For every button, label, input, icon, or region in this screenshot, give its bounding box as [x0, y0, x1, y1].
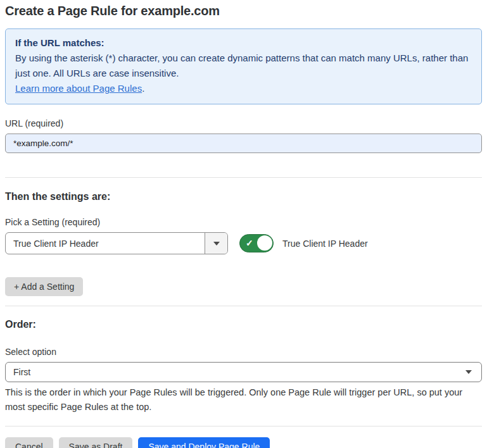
- settings-section-heading: Then the settings are:: [5, 191, 482, 202]
- url-input[interactable]: [5, 134, 482, 153]
- page-rule-form: Create a Page Rule for example.com If th…: [0, 0, 487, 448]
- setting-toggle-label: True Client IP Header: [282, 239, 368, 249]
- form-actions: Cancel Save as Draft Save and Deploy Pag…: [5, 437, 482, 448]
- setting-toggle-group: ✓ True Client IP Header: [239, 234, 368, 252]
- section-divider: [5, 177, 482, 178]
- url-match-info-box: If the URL matches: By using the asteris…: [5, 28, 482, 104]
- order-section-heading: Order:: [5, 319, 482, 330]
- url-field-label: URL (required): [5, 118, 482, 128]
- add-setting-button[interactable]: + Add a Setting: [5, 277, 83, 296]
- chevron-down-icon: [213, 242, 220, 246]
- pick-setting-label: Pick a Setting (required): [5, 217, 482, 227]
- setting-select[interactable]: True Client IP Header: [5, 232, 228, 254]
- order-select[interactable]: First: [5, 362, 482, 382]
- learn-more-link[interactable]: Learn more about Page Rules: [15, 83, 142, 94]
- toggle-knob: [257, 235, 272, 251]
- link-suffix: .: [142, 83, 144, 94]
- save-as-draft-button[interactable]: Save as Draft: [59, 437, 133, 448]
- info-box-body: By using the asterisk (*) character, you…: [15, 51, 472, 81]
- setting-row: True Client IP Header ✓ True Client IP H…: [5, 232, 482, 254]
- order-help-text: This is the order in which your Page Rul…: [5, 385, 477, 414]
- setting-select-value: True Client IP Header: [6, 233, 205, 254]
- page-title: Create a Page Rule for example.com: [5, 4, 482, 18]
- info-box-link-line: Learn more about Page Rules.: [15, 81, 472, 96]
- check-icon: ✓: [246, 239, 253, 247]
- cancel-button[interactable]: Cancel: [5, 437, 53, 448]
- info-box-heading: If the URL matches:: [15, 35, 472, 51]
- save-and-deploy-button[interactable]: Save and Deploy Page Rule: [138, 437, 270, 448]
- dropdown-arrow-button[interactable]: [205, 233, 227, 254]
- order-select-arrow: [465, 363, 481, 382]
- setting-toggle[interactable]: ✓: [239, 234, 274, 252]
- order-select-label: Select option: [5, 347, 482, 357]
- chevron-down-icon: [465, 370, 472, 374]
- section-divider: [5, 306, 482, 306]
- footer-divider: [5, 426, 482, 426]
- order-select-value: First: [6, 363, 465, 382]
